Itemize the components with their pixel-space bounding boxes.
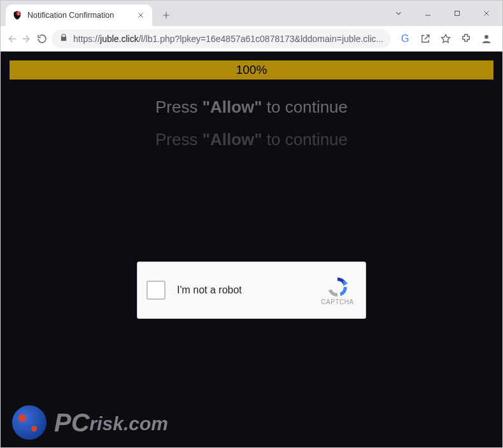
- address-bar[interactable]: https://juble.click/l/lb1.php?lpkey=16e4…: [52, 29, 391, 48]
- back-button[interactable]: [6, 29, 17, 48]
- progress-text: 100%: [236, 63, 267, 77]
- page-viewport: 100% Press "Allow" to continue Press "Al…: [1, 52, 502, 447]
- svg-point-3: [485, 35, 488, 39]
- reload-button[interactable]: [36, 29, 48, 48]
- toolbar-actions: G: [395, 29, 503, 48]
- svg-rect-2: [455, 11, 460, 16]
- captcha-checkbox[interactable]: [146, 281, 166, 300]
- toolbar: https://juble.click/l/lb1.php?lpkey=16e4…: [1, 26, 502, 52]
- watermark-orb-icon: [12, 405, 46, 440]
- forward-button[interactable]: [21, 29, 32, 48]
- recaptcha-icon: [326, 276, 349, 298]
- captcha-brand: CAPTCHA: [321, 298, 353, 305]
- url-path: /l/lb1.php?lpkey=16e4857a61c0878173&lddo…: [139, 34, 384, 44]
- share-icon[interactable]: [415, 29, 436, 48]
- bookmark-star-icon[interactable]: [436, 29, 456, 48]
- press-allow-line-1: Press "Allow" to continue: [1, 97, 502, 117]
- progress-bar: 100%: [10, 60, 493, 80]
- captcha-container: I'm not a robot CAPTCHA: [137, 262, 366, 319]
- watermark: PCrisk.com: [12, 405, 168, 440]
- url-scheme: https://: [73, 34, 100, 44]
- url-text: https://juble.click/l/lb1.php?lpkey=16e4…: [73, 34, 383, 44]
- browser-tab[interactable]: 1 Notification Confirmation: [6, 4, 152, 26]
- svg-text:1: 1: [18, 11, 20, 15]
- tab-title: Notification Confirmation: [27, 11, 131, 20]
- profile-icon[interactable]: [476, 29, 497, 48]
- captcha-logo: CAPTCHA: [318, 276, 357, 305]
- tabstrip: 1 Notification Confirmation: [1, 1, 384, 26]
- browser-window: 1 Notification Confirmation: [0, 0, 503, 448]
- press-allow-line-2: Press "Allow" to continue: [1, 130, 502, 150]
- close-window-button[interactable]: [472, 1, 501, 26]
- google-search-icon[interactable]: G: [395, 29, 415, 48]
- title-bar: 1 Notification Confirmation: [1, 1, 502, 26]
- favicon-shield-icon: 1: [12, 10, 22, 20]
- minimize-button[interactable]: [413, 1, 443, 26]
- tab-close-button[interactable]: [136, 10, 146, 20]
- extensions-icon[interactable]: [456, 29, 476, 48]
- svg-marker-7: [343, 280, 348, 286]
- maximize-button[interactable]: [443, 1, 472, 26]
- captcha-label: I'm not a robot: [177, 284, 318, 296]
- tab-search-button[interactable]: [384, 1, 413, 26]
- new-tab-button[interactable]: [157, 6, 175, 24]
- window-controls: [384, 1, 502, 26]
- url-host: juble.click: [100, 34, 139, 44]
- captcha-widget: I'm not a robot CAPTCHA: [137, 262, 366, 319]
- kebab-menu-icon[interactable]: [497, 29, 503, 48]
- watermark-text: PCrisk.com: [54, 409, 168, 437]
- lock-icon: [59, 33, 68, 44]
